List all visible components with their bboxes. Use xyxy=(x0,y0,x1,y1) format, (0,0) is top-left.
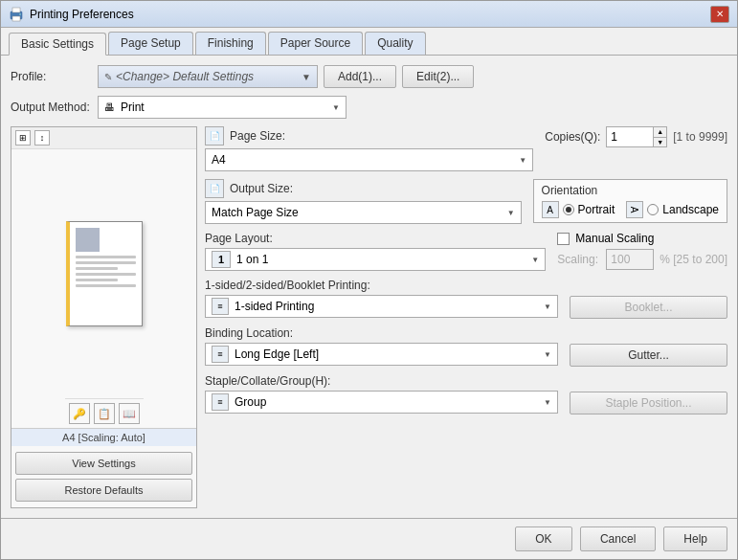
tabs-bar: Basic Settings Page Setup Finishing Pape… xyxy=(1,28,737,56)
portrait-radio[interactable] xyxy=(563,204,574,215)
sided-printing-arrow-icon: ▼ xyxy=(544,302,551,311)
help-button[interactable]: Help xyxy=(663,526,727,551)
tab-basic-settings[interactable]: Basic Settings xyxy=(9,33,106,56)
add-profile-button[interactable]: Add(1)... xyxy=(324,65,396,88)
binding-location-dropdown[interactable]: ≡ Long Edge [Left] ▼ xyxy=(205,343,558,366)
scaling-label: Scaling: xyxy=(557,253,600,266)
page-layout-value: 1 on 1 xyxy=(236,253,531,266)
page-size-label: Page Size: xyxy=(230,129,285,143)
preview-buttons: View Settings Restore Defaults xyxy=(11,446,196,507)
page-size-dropdown[interactable]: A4 ▼ xyxy=(205,148,533,171)
copies-range: [1 to 9999] xyxy=(673,130,727,144)
preview-bottom-icons: 🔑 📋 📖 xyxy=(65,398,144,428)
output-size-dropdown[interactable]: Match Page Size ▼ xyxy=(205,201,522,224)
staple-value: Group xyxy=(235,395,544,409)
view-settings-button[interactable]: View Settings xyxy=(15,452,192,475)
main-area: ⊞ ↕ xyxy=(11,126,727,508)
output-method-dropdown[interactable]: 🖶 Print ▼ xyxy=(98,96,347,119)
tab-quality[interactable]: Quality xyxy=(365,32,425,55)
binding-location-arrow-icon: ▼ xyxy=(544,350,551,359)
svg-point-3 xyxy=(19,13,21,15)
title-bar-left: Printing Preferences xyxy=(9,7,134,22)
output-dropdown-arrow-icon: ▼ xyxy=(332,103,340,112)
tab-paper-source[interactable]: Paper Source xyxy=(268,32,363,55)
profile-row: Profile: ✎ <Change> Default Settings ▼ A… xyxy=(11,65,727,88)
page-size-arrow-icon: ▼ xyxy=(519,156,526,165)
sided-printing-label: 1-sided/2-sided/Booklet Printing: xyxy=(205,279,558,292)
bottom-icon-pages[interactable]: 📋 xyxy=(94,403,115,424)
profile-label: Profile: xyxy=(11,70,92,83)
copies-label: Copies(Q): xyxy=(545,130,600,144)
tab-page-setup[interactable]: Page Setup xyxy=(108,32,193,55)
sided-printing-dropdown[interactable]: ≡ 1-sided Printing ▼ xyxy=(205,295,558,318)
preview-label: A4 [Scaling: Auto] xyxy=(11,428,196,446)
staple-label: Staple/Collate/Group(H): xyxy=(205,374,558,388)
page-layout-arrow-icon: ▼ xyxy=(531,256,539,264)
pencil-icon: ✎ xyxy=(104,72,112,82)
staple-dropdown[interactable]: ≡ Group ▼ xyxy=(205,391,558,414)
page-size-value: A4 xyxy=(212,153,519,167)
preview-tb-icon-2[interactable]: ↕ xyxy=(34,130,50,146)
edit-profile-button[interactable]: Edit(2)... xyxy=(402,65,474,88)
landscape-option[interactable]: A Landscape xyxy=(626,201,719,218)
restore-defaults-button[interactable]: Restore Defaults xyxy=(15,479,192,502)
staple-position-button[interactable]: Staple Position... xyxy=(570,392,727,414)
portrait-icon: A xyxy=(542,201,559,218)
gutter-button[interactable]: Gutter... xyxy=(570,344,727,367)
tab-finishing[interactable]: Finishing xyxy=(195,32,266,55)
paper-line-2 xyxy=(76,261,136,264)
sided-printing-value: 1-sided Printing xyxy=(235,300,544,313)
binding-location-icon: ≡ xyxy=(212,346,229,363)
copies-down-button[interactable]: ▼ xyxy=(654,138,666,147)
binding-location-label: Binding Location: xyxy=(205,326,558,340)
bottom-icon-book[interactable]: 📖 xyxy=(119,403,140,424)
printer-icon xyxy=(9,7,24,22)
output-size-value: Match Page Size xyxy=(212,206,507,219)
output-method-value: Print xyxy=(121,101,332,114)
cancel-button[interactable]: Cancel xyxy=(580,526,656,551)
layout-num-icon: 1 xyxy=(212,251,231,268)
scaling-row: Scaling: 100 % [25 to 200] xyxy=(557,249,727,270)
paper-line-6 xyxy=(76,284,136,287)
landscape-label: Landscape xyxy=(662,203,719,216)
output-method-row: Output Method: 🖶 Print ▼ xyxy=(11,96,727,119)
booklet-button[interactable]: Booklet... xyxy=(570,296,727,319)
title-bar: Printing Preferences ✕ xyxy=(1,1,737,28)
portrait-label: Portrait xyxy=(578,203,615,216)
dropdown-arrow-icon: ▼ xyxy=(302,72,311,82)
copies-up-button[interactable]: ▲ xyxy=(654,127,666,138)
paper-preview xyxy=(66,221,143,326)
paper-line-4 xyxy=(76,273,136,276)
copies-input[interactable]: 1 xyxy=(606,126,654,147)
window-title: Printing Preferences xyxy=(30,8,134,21)
staple-icon: ≡ xyxy=(212,393,229,411)
profile-dropdown[interactable]: ✎ <Change> Default Settings ▼ xyxy=(98,65,318,88)
page-layout-dropdown[interactable]: 1 1 on 1 ▼ xyxy=(205,248,546,271)
paper-line-5 xyxy=(76,279,118,281)
output-size-arrow-icon: ▼ xyxy=(507,209,515,217)
close-button[interactable]: ✕ xyxy=(710,6,729,23)
manual-scaling-row: Manual Scaling xyxy=(557,232,727,245)
footer: OK Cancel Help xyxy=(1,518,737,559)
main-content: Profile: ✎ <Change> Default Settings ▼ A… xyxy=(1,56,737,518)
copies-row: Copies(Q): 1 ▲ ▼ [1 to 9999] xyxy=(545,126,727,147)
svg-rect-2 xyxy=(12,8,20,12)
preview-toolbar: ⊞ ↕ xyxy=(11,127,196,149)
paper-lines xyxy=(76,256,136,320)
settings-panel: 📄 Page Size: A4 ▼ Copies(Q): xyxy=(205,126,727,508)
scaling-input: 100 xyxy=(606,249,654,270)
landscape-radio[interactable] xyxy=(647,204,659,215)
bottom-icon-key[interactable]: 🔑 xyxy=(69,403,90,424)
copies-spinner[interactable]: ▲ ▼ xyxy=(654,126,667,147)
manual-scaling-checkbox[interactable] xyxy=(557,233,570,245)
page-layout-label: Page Layout: xyxy=(205,232,546,245)
paper-image xyxy=(76,228,100,252)
copies-input-group: 1 ▲ ▼ xyxy=(606,126,667,147)
print-icon: 🖶 xyxy=(104,101,115,113)
preview-tb-icon-1[interactable]: ⊞ xyxy=(15,130,31,146)
ok-button[interactable]: OK xyxy=(515,526,572,551)
portrait-option[interactable]: A Portrait xyxy=(542,201,615,218)
paper-line-3 xyxy=(76,267,118,270)
landscape-icon: A xyxy=(626,201,643,218)
printing-preferences-window: Printing Preferences ✕ Basic Settings Pa… xyxy=(0,0,738,560)
